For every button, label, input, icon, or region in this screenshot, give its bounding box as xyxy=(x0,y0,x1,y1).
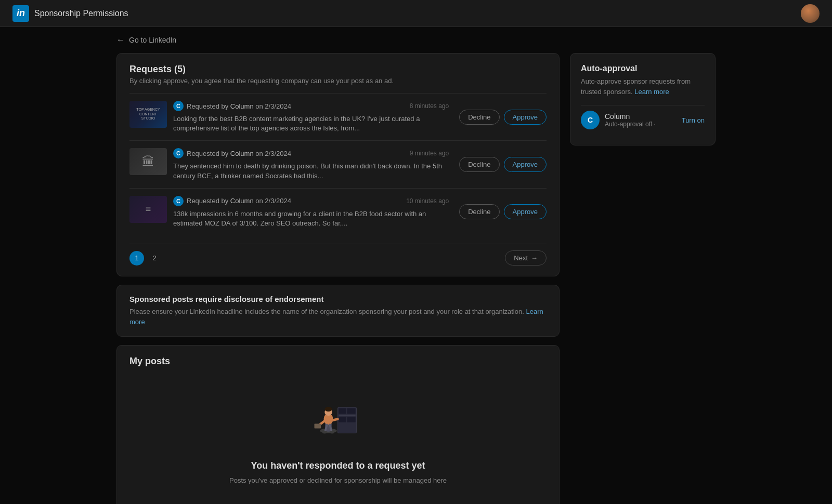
back-link[interactable]: ← Go to LinkedIn xyxy=(104,27,728,53)
request-actions-2: Decline Approve xyxy=(459,157,547,172)
requests-title: Requests (5) xyxy=(129,64,547,75)
avatar[interactable] xyxy=(801,4,820,23)
turn-on-link[interactable]: Turn on xyxy=(682,116,705,124)
header-left: in Sponsorship Permissions xyxy=(12,5,128,22)
svg-rect-5 xyxy=(347,417,356,422)
page-numbers: 1 2 xyxy=(129,251,162,266)
svg-rect-3 xyxy=(339,415,355,416)
decline-button-1[interactable]: Decline xyxy=(459,110,499,125)
decline-button-3[interactable]: Decline xyxy=(459,204,499,219)
requester-icon-2: C xyxy=(173,148,184,158)
requests-card: Requests (5) By clicking approve, you ag… xyxy=(116,53,560,276)
requester-icon-1: C xyxy=(173,101,184,111)
request-meta-time-1: 8 minutes ago xyxy=(410,102,449,110)
request-meta-text-1: Requested by Column on 2/3/2024 xyxy=(187,102,291,110)
auto-approval-card: Auto-approval Auto-approve sponsor reque… xyxy=(570,53,716,145)
empty-state-subtitle: Posts you've approved or declined for sp… xyxy=(229,476,447,484)
svg-rect-1 xyxy=(339,408,346,414)
auto-approval-learn-more-link[interactable]: Learn more xyxy=(634,88,669,96)
post-thumbnail-1: TOP AGENCYCONTENTSTUDIO xyxy=(129,101,167,128)
page-1-button[interactable]: 1 xyxy=(129,251,144,266)
back-link-label: Go to LinkedIn xyxy=(129,36,176,44)
right-column: Auto-approval Auto-approve sponsor reque… xyxy=(570,53,716,145)
svg-line-16 xyxy=(332,419,338,421)
request-meta-text-2: Requested by Column on 2/3/2024 xyxy=(187,150,291,157)
request-item: TOP AGENCYCONTENTSTUDIO C Requested by C… xyxy=(129,93,547,140)
empty-state-title: You haven't responded to a request yet xyxy=(251,460,425,471)
svg-point-13 xyxy=(322,431,327,433)
auto-approval-title: Auto-approval xyxy=(581,64,705,73)
request-preview-1: Looking for the best B2B content marketi… xyxy=(173,114,449,133)
next-button[interactable]: Next → xyxy=(505,250,547,266)
disclosure-title: Sponsored posts require disclosure of en… xyxy=(129,295,547,303)
sponsor-item: C Column Auto-approval off · Turn on xyxy=(581,105,705,135)
post-thumbnail-3: ≡ xyxy=(129,196,167,223)
svg-rect-2 xyxy=(347,408,356,414)
request-preview-3: 138k impressions in 6 months and growing… xyxy=(173,209,449,228)
back-arrow-icon: ← xyxy=(116,35,125,45)
request-meta-text-3: Requested by Column on 2/3/2024 xyxy=(187,197,291,205)
svg-point-14 xyxy=(330,431,334,433)
next-label: Next xyxy=(514,254,528,262)
request-meta-time-3: 10 minutes ago xyxy=(406,197,449,205)
request-preview-2: They sentenced him to death by drinking … xyxy=(173,162,449,180)
sponsor-status: Auto-approval off · xyxy=(605,121,677,128)
request-item-2: 🏛 C Requested by Column on 2/3/2024 9 mi… xyxy=(129,140,547,188)
main-content: Requests (5) By clicking approve, you ag… xyxy=(104,53,728,504)
linkedin-logo-icon: in xyxy=(12,5,29,22)
empty-state: You haven't responded to a request yet P… xyxy=(129,377,547,504)
requests-subtitle: By clicking approve, you agree that the … xyxy=(129,77,547,85)
auto-approval-desc: Auto-approve sponsor requests from trust… xyxy=(581,76,705,97)
disclosure-text: Please ensure your LinkedIn headline inc… xyxy=(129,307,547,327)
my-posts-card: My posts xyxy=(116,345,560,504)
request-meta-2: C Requested by Column on 2/3/2024 9 minu… xyxy=(173,148,449,158)
request-meta-1: C Requested by Column on 2/3/2024 8 minu… xyxy=(173,101,449,111)
request-body-2: C Requested by Column on 2/3/2024 9 minu… xyxy=(173,148,449,180)
svg-rect-4 xyxy=(339,417,346,422)
decline-button-2[interactable]: Decline xyxy=(459,157,499,172)
request-item-3: ≡ C Requested by Column on 2/3/2024 10 m… xyxy=(129,188,547,235)
requester-icon-3: C xyxy=(173,196,184,206)
my-posts-title: My posts xyxy=(129,356,547,367)
request-meta-time-2: 9 minutes ago xyxy=(410,150,449,157)
post-thumbnail-2: 🏛 xyxy=(129,148,167,175)
sponsor-name: Column xyxy=(605,112,677,121)
left-column: Requests (5) By clicking approve, you ag… xyxy=(116,53,560,504)
request-actions-3: Decline Approve xyxy=(459,204,547,219)
approve-button-2[interactable]: Approve xyxy=(504,157,547,172)
request-body-1: C Requested by Column on 2/3/2024 8 minu… xyxy=(173,101,449,133)
next-arrow-icon: → xyxy=(531,254,538,262)
page-2-button[interactable]: 2 xyxy=(147,251,162,266)
approve-button-1[interactable]: Approve xyxy=(504,110,547,125)
approve-button-3[interactable]: Approve xyxy=(504,204,547,219)
page-title: Sponsorship Permissions xyxy=(34,9,128,18)
request-meta-3: C Requested by Column on 2/3/2024 10 min… xyxy=(173,196,449,206)
empty-illustration xyxy=(307,398,369,450)
pagination: 1 2 Next → xyxy=(129,244,547,266)
sponsor-icon: C xyxy=(581,111,600,129)
sponsor-info: Column Auto-approval off · xyxy=(605,112,677,128)
svg-rect-17 xyxy=(315,424,321,429)
request-body-3: C Requested by Column on 2/3/2024 10 min… xyxy=(173,196,449,228)
header: in Sponsorship Permissions xyxy=(0,0,832,27)
request-actions-1: Decline Approve xyxy=(459,110,547,125)
svg-point-10 xyxy=(324,407,332,412)
disclosure-card: Sponsored posts require disclosure of en… xyxy=(116,285,560,337)
